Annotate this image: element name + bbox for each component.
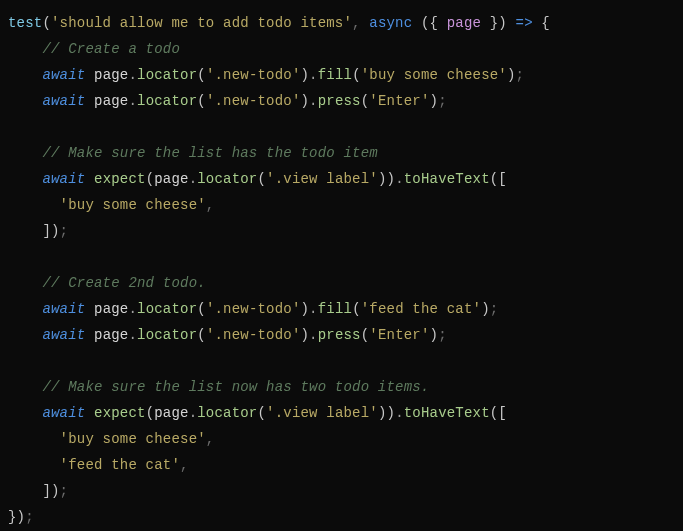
paren: (	[197, 327, 206, 343]
paren-open: (	[42, 15, 51, 31]
paren: )	[301, 93, 310, 109]
arrow: =>	[516, 15, 533, 31]
val-enter: 'Enter'	[369, 327, 429, 343]
method-locator: locator	[197, 171, 257, 187]
paren: ([	[490, 171, 507, 187]
paren: )	[301, 67, 310, 83]
dot: .	[189, 171, 198, 187]
paren: (	[197, 93, 206, 109]
sel-new-todo: '.new-todo'	[206, 93, 301, 109]
paren: )	[430, 93, 439, 109]
ident-page: page	[94, 301, 128, 317]
sel-new-todo: '.new-todo'	[206, 301, 301, 317]
kw-await: await	[42, 93, 85, 109]
method-locator: locator	[137, 327, 197, 343]
arr-feed-cat: 'feed the cat'	[60, 457, 180, 473]
kw-await: await	[42, 327, 85, 343]
comma: ,	[180, 457, 189, 473]
method-tohavetext: toHaveText	[404, 405, 490, 421]
fn-expect: expect	[94, 405, 146, 421]
comment-create-todo: // Create a todo	[42, 41, 180, 57]
paren: (	[257, 405, 266, 421]
dot: .	[128, 67, 137, 83]
paren: )	[430, 327, 439, 343]
comment-check-list: // Make sure the list has the todo item	[42, 145, 377, 161]
paren: (	[197, 301, 206, 317]
paren: )	[301, 301, 310, 317]
dot: .	[395, 405, 404, 421]
bracket-close: ])	[42, 223, 59, 239]
semicolon: ;	[490, 301, 499, 317]
ident-page: page	[94, 327, 128, 343]
paren: ([	[490, 405, 507, 421]
comment-create-2nd: // Create 2nd todo.	[42, 275, 205, 291]
fn-expect: expect	[94, 171, 146, 187]
val-enter: 'Enter'	[369, 93, 429, 109]
ident-page: page	[94, 93, 128, 109]
code-block: test('should allow me to add todo items'…	[0, 0, 683, 531]
sel-new-todo: '.new-todo'	[206, 67, 301, 83]
semicolon: ;	[60, 483, 69, 499]
comma: ,	[206, 431, 215, 447]
paren: )	[481, 301, 490, 317]
arr-cheese: 'buy some cheese'	[60, 197, 206, 213]
ident-page: page	[94, 67, 128, 83]
sel-new-todo: '.new-todo'	[206, 327, 301, 343]
val-cheese: 'buy some cheese'	[361, 67, 507, 83]
method-tohavetext: toHaveText	[404, 171, 490, 187]
paren: (	[146, 171, 155, 187]
val-feed-cat: 'feed the cat'	[361, 301, 481, 317]
paren: (	[197, 67, 206, 83]
bracket-close: ])	[42, 483, 59, 499]
kw-await: await	[42, 67, 85, 83]
paren: (	[146, 405, 155, 421]
kw-await: await	[42, 171, 85, 187]
paren: )	[507, 67, 516, 83]
paren-close: })	[481, 15, 507, 31]
method-locator: locator	[137, 67, 197, 83]
paren: (	[257, 171, 266, 187]
ident-page: page	[154, 405, 188, 421]
method-locator: locator	[197, 405, 257, 421]
sel-view-label: '.view label'	[266, 171, 378, 187]
dot: .	[128, 301, 137, 317]
semicolon: ;	[60, 223, 69, 239]
test-title: 'should allow me to add todo items'	[51, 15, 352, 31]
dot: .	[309, 327, 318, 343]
paren: (	[352, 301, 361, 317]
method-locator: locator	[137, 301, 197, 317]
dot: .	[128, 93, 137, 109]
paren: ))	[378, 171, 395, 187]
brace-close: })	[8, 509, 25, 525]
comment-check-two: // Make sure the list now has two todo i…	[42, 379, 429, 395]
dot: .	[128, 327, 137, 343]
fn-test: test	[8, 15, 42, 31]
semicolon: ;	[438, 327, 447, 343]
kw-await: await	[42, 301, 85, 317]
ident-page: page	[154, 171, 188, 187]
method-fill: fill	[318, 301, 352, 317]
arr-cheese: 'buy some cheese'	[60, 431, 206, 447]
semicolon: ;	[516, 67, 525, 83]
method-press: press	[318, 327, 361, 343]
kw-async: async	[369, 15, 412, 31]
paren: (	[352, 67, 361, 83]
comma: ,	[352, 15, 369, 31]
dot: .	[309, 301, 318, 317]
semicolon: ;	[438, 93, 447, 109]
method-locator: locator	[137, 93, 197, 109]
param-page: page	[447, 15, 481, 31]
method-fill: fill	[318, 67, 352, 83]
comma: ,	[206, 197, 215, 213]
dot: .	[309, 67, 318, 83]
method-press: press	[318, 93, 361, 109]
sel-view-label: '.view label'	[266, 405, 378, 421]
dot: .	[309, 93, 318, 109]
dot: .	[395, 171, 404, 187]
dot: .	[189, 405, 198, 421]
semicolon: ;	[25, 509, 34, 525]
paren: )	[301, 327, 310, 343]
kw-await: await	[42, 405, 85, 421]
brace-open: {	[541, 15, 550, 31]
paren-open: ({	[421, 15, 447, 31]
